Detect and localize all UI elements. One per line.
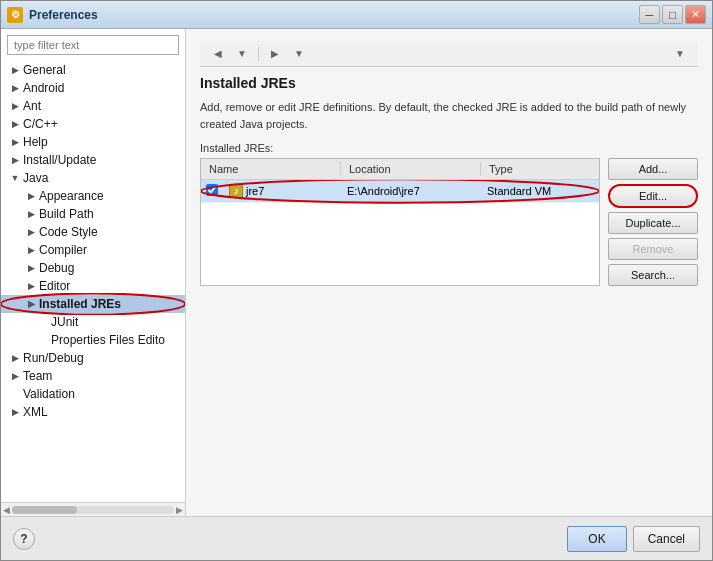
nav-separator <box>258 47 259 61</box>
action-buttons: Add... Edit... Duplicate... Remove Searc… <box>608 158 698 286</box>
panel-content: Installed JREs Add, remove or edit JRE d… <box>200 67 698 286</box>
sidebar-item-buildpath[interactable]: ▶ Build Path <box>1 205 185 223</box>
arrow-icon: ▶ <box>25 298 37 310</box>
arrow-icon: ▶ <box>25 190 37 202</box>
table-header: Name Location Type <box>201 159 599 180</box>
sidebar-item-installed-jres[interactable]: ▶ Installed JREs <box>1 295 185 313</box>
forward-button[interactable]: ▶ <box>265 45 285 63</box>
arrow-icon: ▶ <box>25 280 37 292</box>
sidebar-item-appearance[interactable]: ▶ Appearance <box>1 187 185 205</box>
arrow-icon: ▶ <box>9 352 21 364</box>
arrow-icon: ▶ <box>9 370 21 382</box>
scroll-thumb <box>12 506 77 514</box>
sidebar-item-debug[interactable]: ▶ Debug <box>1 259 185 277</box>
sidebar-item-xml[interactable]: ▶ XML <box>1 403 185 421</box>
panel-title: Installed JREs <box>200 75 698 91</box>
menu-button[interactable]: ▼ <box>670 45 690 63</box>
filter-input[interactable] <box>7 35 179 55</box>
jre-panel: Name Location Type <box>200 158 698 286</box>
nav-bar: ◀ ▼ ▶ ▼ ▼ <box>200 41 698 67</box>
row-name: J jre7 <box>223 182 341 200</box>
sidebar-item-ant[interactable]: ▶ Ant <box>1 97 185 115</box>
maximize-button[interactable]: □ <box>662 5 683 24</box>
table-row[interactable]: J jre7 E:\Android\jre7 Standard VM <box>201 180 599 203</box>
arrow-icon: ▶ <box>25 262 37 274</box>
arrow-icon: ▶ <box>9 100 21 112</box>
table-body: J jre7 E:\Android\jre7 Standard VM <box>201 180 599 285</box>
arrow-icon: ▶ <box>9 64 21 76</box>
sidebar-item-cpp[interactable]: ▶ C/C++ <box>1 115 185 133</box>
sidebar-item-junit[interactable]: ▶ JUnit <box>1 313 185 331</box>
ok-button[interactable]: OK <box>567 526 626 552</box>
sidebar-item-validation[interactable]: ▶ Validation <box>1 385 185 403</box>
sidebar-item-install[interactable]: ▶ Install/Update <box>1 151 185 169</box>
sidebar-scrollbar[interactable]: ◀ ▶ <box>1 502 185 516</box>
scroll-track <box>12 506 174 514</box>
main-panel: ◀ ▼ ▶ ▼ ▼ Installed JREs Add, remove or … <box>186 29 712 516</box>
sidebar-item-general[interactable]: ▶ General <box>1 61 185 79</box>
close-button[interactable]: ✕ <box>685 5 706 24</box>
row-location: E:\Android\jre7 <box>341 183 481 199</box>
back-button[interactable]: ◀ <box>208 45 228 63</box>
sidebar-item-help[interactable]: ▶ Help <box>1 133 185 151</box>
sidebar-item-editor[interactable]: ▶ Editor <box>1 277 185 295</box>
row-type: Standard VM <box>481 183 599 199</box>
search-button[interactable]: Search... <box>608 264 698 286</box>
help-button[interactable]: ? <box>13 528 35 550</box>
arrow-icon: ▶ <box>25 244 37 256</box>
remove-button[interactable]: Remove <box>608 238 698 260</box>
window-title: Preferences <box>29 8 639 22</box>
jre-checkbox[interactable] <box>206 184 218 196</box>
add-button[interactable]: Add... <box>608 158 698 180</box>
tree: ▶ General ▶ Android ▶ Ant ▶ C/C++ ▶ He <box>1 61 185 502</box>
col-type: Type <box>481 162 599 176</box>
sidebar-item-propfiles[interactable]: ▶ Properties Files Edito <box>1 331 185 349</box>
minimize-button[interactable]: ─ <box>639 5 660 24</box>
row-checkbox[interactable] <box>201 184 223 198</box>
jre-icon: J <box>229 184 243 198</box>
sidebar-item-rundebug[interactable]: ▶ Run/Debug <box>1 349 185 367</box>
section-label: Installed JREs: <box>200 142 698 154</box>
arrow-icon: ▶ <box>9 118 21 130</box>
col-name: Name <box>201 162 341 176</box>
title-bar: ⚙ Preferences ─ □ ✕ <box>1 1 712 29</box>
footer: ? OK Cancel <box>1 516 712 560</box>
sidebar-item-compiler[interactable]: ▶ Compiler <box>1 241 185 259</box>
sidebar: ▶ General ▶ Android ▶ Ant ▶ C/C++ ▶ He <box>1 29 186 516</box>
jre-table: Name Location Type <box>200 158 600 286</box>
sidebar-item-team[interactable]: ▶ Team <box>1 367 185 385</box>
back-dropdown-button[interactable]: ▼ <box>232 45 252 63</box>
footer-buttons: OK Cancel <box>567 526 700 552</box>
arrow-icon: ▼ <box>9 172 21 184</box>
footer-left: ? <box>13 528 35 550</box>
sidebar-item-java[interactable]: ▼ Java <box>1 169 185 187</box>
cancel-button[interactable]: Cancel <box>633 526 700 552</box>
window-controls: ─ □ ✕ <box>639 5 706 24</box>
arrow-icon: ▶ <box>9 82 21 94</box>
forward-dropdown-button[interactable]: ▼ <box>289 45 309 63</box>
arrow-icon: ▶ <box>25 226 37 238</box>
sidebar-item-android[interactable]: ▶ Android <box>1 79 185 97</box>
main-content: ▶ General ▶ Android ▶ Ant ▶ C/C++ ▶ He <box>1 29 712 516</box>
panel-description: Add, remove or edit JRE definitions. By … <box>200 99 698 132</box>
sidebar-item-codestyle[interactable]: ▶ Code Style <box>1 223 185 241</box>
edit-button[interactable]: Edit... <box>608 184 698 208</box>
window-icon: ⚙ <box>7 7 23 23</box>
arrow-icon: ▶ <box>9 154 21 166</box>
arrow-icon: ▶ <box>9 136 21 148</box>
arrow-icon: ▶ <box>25 208 37 220</box>
col-location: Location <box>341 162 481 176</box>
arrow-icon: ▶ <box>9 406 21 418</box>
duplicate-button[interactable]: Duplicate... <box>608 212 698 234</box>
preferences-window: ⚙ Preferences ─ □ ✕ ▶ General ▶ Android <box>0 0 713 561</box>
